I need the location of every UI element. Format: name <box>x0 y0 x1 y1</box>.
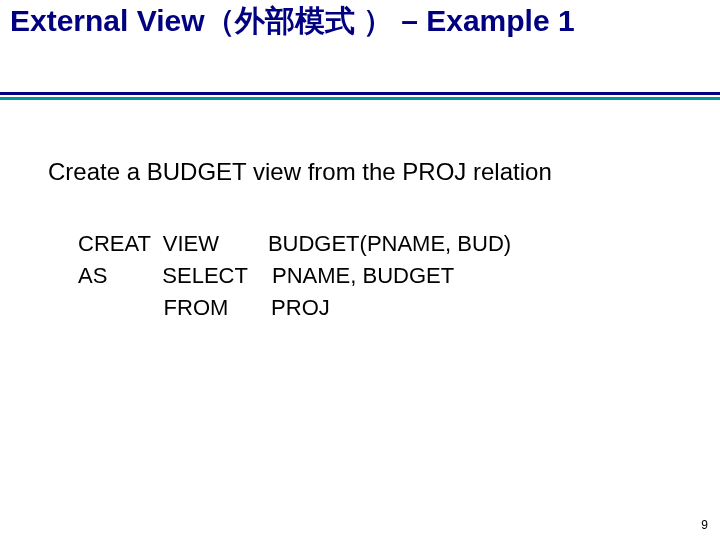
subheading: Create a BUDGET view from the PROJ relat… <box>48 158 552 186</box>
slide-title: External View（外部模式 ） – Example 1 <box>10 2 710 40</box>
slide: External View（外部模式 ） – Example 1 Create … <box>0 0 720 540</box>
title-underline <box>0 92 720 100</box>
page-number: 9 <box>701 518 708 532</box>
divider-bottom <box>0 97 720 100</box>
code-block: CREAT VIEW BUDGET(PNAME, BUD) AS SELECT … <box>78 228 511 324</box>
divider-top <box>0 92 720 95</box>
